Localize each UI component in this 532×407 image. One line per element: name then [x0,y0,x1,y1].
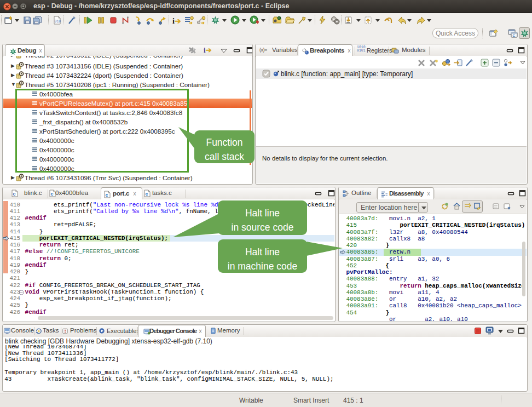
svg-text:c: c [51,191,54,197]
svg-text:c: c [13,191,16,197]
svg-text:C: C [513,34,516,37]
svg-text:010: 010 [55,20,61,24]
svg-text:c: c [146,191,148,197]
svg-text:c: c [106,192,108,198]
